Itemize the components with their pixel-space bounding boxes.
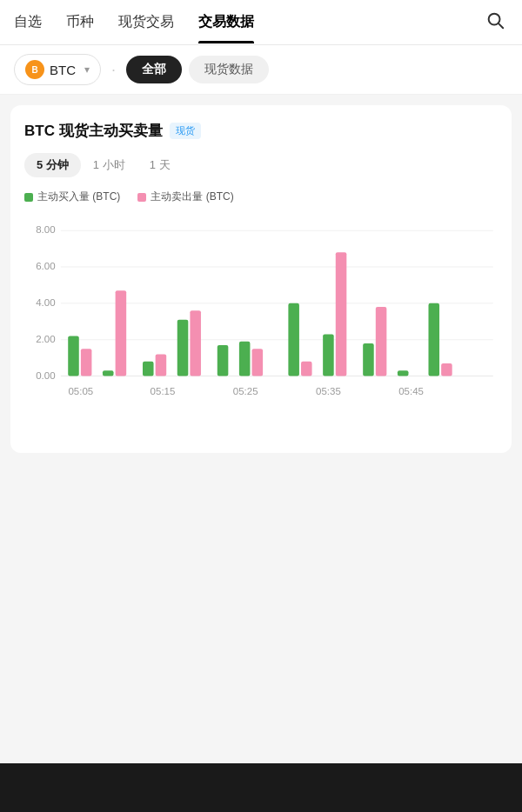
svg-rect-28 [376,307,387,376]
all-button[interactable]: 全部 [126,56,182,83]
svg-rect-27 [363,343,374,376]
svg-text:6.00: 6.00 [36,261,55,271]
svg-text:2.00: 2.00 [36,334,55,344]
svg-rect-31 [441,363,452,376]
sell-legend-label: 主动卖出量 (BTC) [151,190,233,204]
time-tabs: 5 分钟 1 小时 1 天 [24,153,498,177]
nav-tab-spot-trading[interactable]: 现货交易 [118,1,174,43]
svg-rect-23 [288,303,299,376]
time-tab-1day[interactable]: 1 天 [137,153,183,177]
spot-badge: 现货 [170,123,201,139]
svg-text:05:45: 05:45 [398,387,424,397]
nav-tabs: 自选 币种 现货交易 交易数据 [14,1,482,43]
svg-text:8.00: 8.00 [36,224,55,235]
nav-tab-trading-data[interactable]: 交易数据 [198,1,254,43]
legend-sell: 主动卖出量 (BTC) [137,190,233,204]
svg-rect-13 [81,349,92,376]
svg-line-1 [499,23,503,28]
buy-legend-label: 主动买入量 (BTC) [37,190,120,204]
type-button-group: 全部 现货数据 [126,56,269,83]
svg-text:05:15: 05:15 [151,387,176,397]
svg-rect-14 [103,370,114,376]
svg-rect-21 [239,342,251,376]
svg-rect-22 [252,349,264,376]
time-tab-1hour[interactable]: 1 小时 [81,153,137,177]
spot-data-button[interactable]: 现货数据 [189,56,269,83]
divider: · [111,61,116,79]
chart-title: BTC 现货主动买卖量 [24,121,163,141]
nav-bar: 自选 币种 现货交易 交易数据 [0,0,522,45]
svg-rect-25 [323,334,334,376]
svg-rect-29 [398,370,409,376]
nav-tab-coins[interactable]: 币种 [66,1,94,43]
svg-text:0.00: 0.00 [36,370,55,381]
filter-row: B BTC ▾ · 全部 现货数据 [0,45,522,95]
buy-legend-icon [24,193,33,202]
svg-text:4.00: 4.00 [36,297,55,308]
svg-rect-20 [218,345,229,376]
svg-rect-12 [68,336,79,376]
coin-selector[interactable]: B BTC ▾ [14,54,101,85]
svg-rect-16 [143,362,154,376]
svg-rect-17 [156,354,167,376]
nav-tab-watchlist[interactable]: 自选 [14,1,42,43]
chart-card: BTC 现货主动买卖量 现货 5 分钟 1 小时 1 天 主动买入量 (BTC) [10,105,512,453]
svg-rect-24 [301,362,312,376]
chevron-down-icon: ▾ [84,63,90,76]
time-tab-5min[interactable]: 5 分钟 [24,153,81,177]
search-icon[interactable] [482,7,508,37]
chart-area: 8.00 6.00 4.00 2.00 0.00 [24,213,498,439]
bottom-bar [0,763,522,812]
coin-name: BTC [50,63,76,77]
legend-buy: 主动买入量 (BTC) [24,190,120,204]
svg-text:05:25: 05:25 [233,387,258,397]
svg-rect-15 [116,290,127,376]
main-content: BTC 现货主动买卖量 现货 5 分钟 1 小时 1 天 主动买入量 (BTC) [0,95,522,463]
svg-rect-18 [177,320,189,376]
bar-chart-svg: 8.00 6.00 4.00 2.00 0.00 [24,213,498,439]
chart-title-row: BTC 现货主动买卖量 现货 [24,121,498,141]
chart-legend: 主动买入量 (BTC) 主动卖出量 (BTC) [24,190,498,204]
svg-text:05:05: 05:05 [68,387,93,397]
svg-rect-26 [336,252,347,376]
btc-icon: B [25,60,44,79]
svg-rect-30 [428,303,439,376]
sell-legend-icon [137,193,146,202]
svg-rect-19 [190,310,201,376]
svg-text:05:35: 05:35 [316,387,341,397]
